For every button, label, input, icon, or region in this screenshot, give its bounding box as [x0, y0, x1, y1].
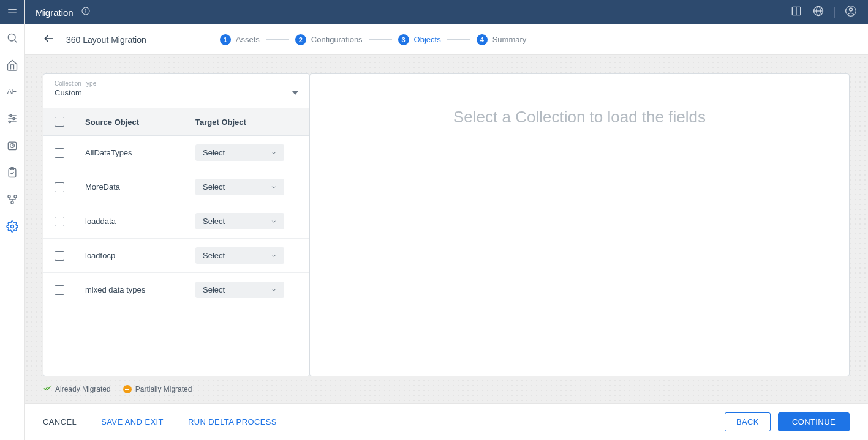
step-summary[interactable]: 4 Summary	[477, 34, 527, 45]
table-row: mixed data types Select	[43, 273, 309, 307]
target-select[interactable]: Select	[195, 179, 284, 195]
step-assets[interactable]: 1 Assets	[220, 34, 260, 45]
avatar-icon[interactable]	[845, 5, 857, 20]
back-arrow-icon[interactable]	[43, 32, 55, 47]
source-object: loadtocp	[85, 251, 195, 260]
cancel-button[interactable]: CANCEL	[43, 417, 77, 427]
col-source: Source Object	[85, 117, 195, 127]
hamburger-menu[interactable]	[0, 0, 24, 24]
back-button[interactable]: BACK	[725, 412, 771, 431]
table-row: AllDataTypes Select	[43, 136, 309, 170]
chevron-down-icon	[292, 90, 298, 96]
right-panel-placeholder: Select a Collection to load the fields	[453, 108, 706, 127]
page-title: Migration	[36, 7, 74, 18]
breadcrumb: 360 Layout Migration	[66, 35, 146, 45]
source-object: mixed data types	[85, 285, 195, 294]
target-select[interactable]: Select	[195, 247, 284, 264]
info-icon[interactable]	[81, 6, 91, 18]
svg-line-4	[14, 40, 17, 43]
step-objects[interactable]: 3 Objects	[398, 34, 441, 45]
legend-already: Already Migrated	[43, 384, 111, 394]
divider	[834, 7, 835, 18]
header-checkbox[interactable]	[55, 117, 64, 127]
continue-button[interactable]: CONTINUE	[778, 412, 850, 431]
stepper: 1 Assets 2 Configurations 3 Objects 4 Su…	[220, 34, 527, 45]
svg-point-18	[13, 195, 16, 198]
globe-icon[interactable]	[812, 5, 825, 20]
left-rail: AE	[0, 0, 25, 440]
step-line	[369, 39, 392, 40]
step-line	[447, 39, 470, 40]
step-configurations[interactable]: 2 Configurations	[295, 34, 363, 45]
col-target: Target Object	[195, 117, 246, 127]
content: Collection Type Custom Source Object Tar…	[25, 55, 868, 403]
chevron-down-icon	[271, 287, 277, 293]
subheader: 360 Layout Migration 1 Assets 2 Configur…	[25, 24, 868, 55]
step-line	[266, 39, 289, 40]
row-checkbox[interactable]	[55, 148, 64, 158]
svg-point-3	[8, 34, 15, 41]
ae-icon[interactable]: AE	[0, 78, 25, 105]
legend-partially: Partially Migrated	[123, 385, 192, 393]
check-icon	[43, 384, 51, 394]
minus-circle-icon	[123, 385, 132, 393]
table-header: Source Object Target Object	[43, 108, 309, 136]
svg-point-23	[85, 9, 86, 10]
target-select[interactable]: Select	[195, 282, 284, 298]
target-select[interactable]: Select	[195, 213, 284, 229]
run-delta-button[interactable]: RUN DELTA PROCESS	[188, 417, 277, 427]
legend: Already Migrated Partially Migrated	[43, 384, 850, 394]
chevron-down-icon	[271, 218, 277, 225]
clock-icon[interactable]	[0, 132, 25, 159]
collection-type-select[interactable]: Collection Type Custom	[43, 74, 309, 108]
home-icon[interactable]	[0, 51, 25, 78]
left-panel: Collection Type Custom Source Object Tar…	[43, 73, 310, 376]
sliders-icon[interactable]	[0, 105, 25, 132]
svg-point-17	[7, 195, 10, 198]
org-icon[interactable]	[0, 186, 25, 213]
main-area: Migration	[25, 0, 868, 440]
table-row: loaddata Select	[43, 204, 309, 239]
svg-point-20	[10, 225, 13, 228]
save-and-exit-button[interactable]: SAVE AND EXIT	[101, 417, 164, 427]
svg-marker-32	[292, 91, 298, 95]
chevron-down-icon	[271, 253, 277, 259]
source-object: MoreData	[85, 182, 195, 192]
row-checkbox[interactable]	[55, 182, 64, 192]
chevron-down-icon	[271, 150, 277, 156]
row-checkbox[interactable]	[55, 285, 64, 295]
row-checkbox[interactable]	[55, 251, 64, 261]
search-icon[interactable]	[0, 24, 25, 51]
svg-point-30	[850, 8, 853, 11]
table-row: loadtocp Select	[43, 239, 309, 273]
row-checkbox[interactable]	[55, 217, 64, 226]
table-row: MoreData Select	[43, 170, 309, 204]
target-select[interactable]: Select	[195, 144, 284, 161]
source-object: AllDataTypes	[85, 148, 195, 157]
book-icon[interactable]	[790, 5, 802, 20]
clipboard-icon[interactable]	[0, 159, 25, 186]
source-object: loaddata	[85, 217, 195, 226]
gear-icon[interactable]	[0, 213, 25, 240]
right-panel: Select a Collection to load the fields	[309, 73, 850, 376]
chevron-down-icon	[271, 184, 277, 190]
svg-point-19	[10, 201, 13, 204]
topbar: Migration	[25, 0, 868, 24]
footer: CANCEL SAVE AND EXIT RUN DELTA PROCESS B…	[25, 403, 868, 440]
svg-line-14	[12, 146, 13, 146]
collection-value: Custom	[55, 88, 82, 97]
